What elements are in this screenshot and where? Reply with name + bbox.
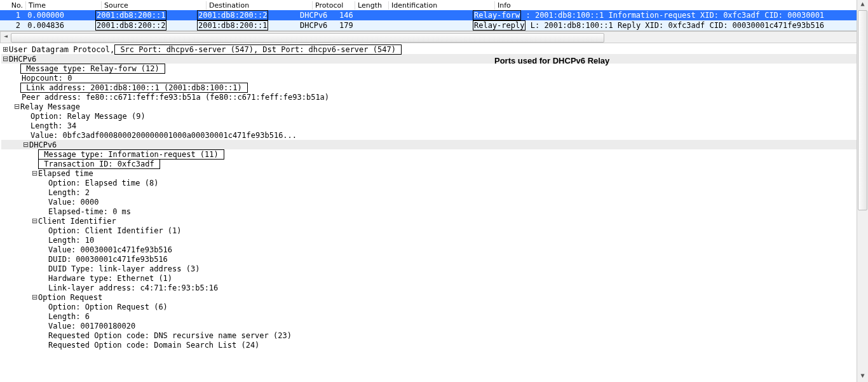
cell-proto: DHCPv6: [300, 11, 339, 20]
expand-icon[interactable]: ⊞: [1, 45, 9, 53]
elapsed-label: Elapsed time: [38, 169, 93, 178]
cell-dst: 2001:db8:200::2: [197, 10, 300, 20]
collapse-icon[interactable]: ⊟: [1, 55, 9, 63]
cell-len: 179: [339, 21, 370, 30]
cell-src: 2001:db8:200::1: [95, 10, 197, 20]
elapsed-option: Option: Elapsed time (8): [48, 179, 158, 188]
inner-dhcpv6-label: DHCPv6: [29, 140, 57, 149]
dhcpv6-label: DHCPv6: [9, 55, 36, 64]
cell-time: 0.004836: [23, 21, 95, 30]
col-header-proto[interactable]: Protocol: [313, 1, 355, 10]
packet-row[interactable]: 2 0.004836 2001:db8:200::2 2001:db8:200:…: [0, 20, 868, 31]
oro-length: Length: 6: [48, 312, 90, 321]
vertical-scrollbar[interactable]: ▲ ▼: [857, 0, 868, 382]
inner-xid: Transaction ID: 0xfc3adf: [38, 159, 160, 169]
cell-dst: 2001:db8:200::1: [197, 20, 300, 31]
packet-list-pane[interactable]: No. Time Source Destination Protocol Len…: [0, 0, 868, 31]
packet-list-header: No. Time Source Destination Protocol Len…: [0, 0, 868, 10]
annotation-label: Ports used for DHCPv6 Relay: [494, 56, 609, 65]
cell-time: 0.000000: [23, 11, 95, 20]
relay-msg-label: Relay Message: [20, 102, 80, 111]
udp-label: User Datagram Protocol,: [9, 45, 114, 54]
elapsed-value: Value: 0000: [48, 198, 98, 207]
cell-len: 146: [339, 11, 370, 20]
collapse-icon[interactable]: ⊟: [31, 293, 38, 301]
horizontal-scrollbar[interactable]: ◄ ►: [0, 31, 868, 43]
elapsed-time: Elapsed-time: 0 ms: [48, 207, 131, 216]
cell-info: Relay-forw : 2001:db8:100::1 Information…: [473, 10, 868, 20]
cid-option: Option: Client Identifier (1): [48, 226, 182, 235]
collapse-icon[interactable]: ⊟: [31, 169, 38, 177]
collapse-icon[interactable]: ⊟: [13, 102, 20, 111]
packet-row[interactable]: 1 0.000000 2001:db8:200::1 2001:db8:200:…: [0, 10, 868, 20]
scroll-track[interactable]: [857, 10, 868, 372]
col-header-time[interactable]: Time: [26, 1, 102, 10]
cell-proto: DHCPv6: [300, 21, 339, 30]
oro-label: Option Request: [38, 293, 102, 302]
udp-ports: Src Port: dhcpv6-server (547), Dst Port:…: [114, 44, 402, 55]
elapsed-length: Length: 2: [48, 188, 90, 197]
scroll-up-icon[interactable]: ▲: [857, 0, 868, 10]
relay-option: Option: Relay Message (9): [31, 112, 146, 121]
scroll-left-icon[interactable]: ◄: [1, 32, 11, 42]
col-header-dst[interactable]: Destination: [207, 1, 313, 10]
relay-value: Value: 0bfc3adf0008000200000001000a00030…: [31, 131, 297, 140]
cell-no: 1: [0, 11, 23, 20]
link-addr: Link address: 2001:db8:100::1 (2001:db8:…: [20, 83, 248, 93]
msg-type: Message type: Relay-forw (12): [20, 64, 165, 74]
cid-ll-addr: Link-layer address: c4:71:fe:93:b5:16: [48, 283, 218, 292]
cid-label: Client Identifier: [38, 217, 116, 226]
cell-info: Relay-reply L: 2001:db8:100::1 Reply XID…: [473, 20, 868, 31]
peer-addr: Peer address: fe80::c671:feff:fe93:b51a …: [22, 93, 329, 102]
cell-no: 2: [0, 21, 23, 30]
col-header-id[interactable]: Identification: [389, 1, 495, 10]
scroll-track[interactable]: [11, 32, 857, 42]
scroll-thumb[interactable]: [858, 10, 867, 210]
collapse-icon[interactable]: ⊟: [22, 140, 29, 149]
cid-value: Value: 00030001c471fe93b516: [48, 245, 172, 254]
scroll-down-icon[interactable]: ▼: [857, 372, 868, 382]
cid-duid: DUID: 00030001c471fe93b516: [48, 255, 168, 264]
cid-length: Length: 10: [48, 236, 94, 245]
col-header-info[interactable]: Info: [495, 1, 868, 10]
oro-value: Value: 001700180020: [48, 322, 135, 331]
hopcount: Hopcount: 0: [22, 74, 72, 83]
scroll-thumb[interactable]: [11, 33, 604, 43]
cid-duid-type: DUID Type: link-layer address (3): [48, 264, 200, 273]
inner-msg-type: Message type: Information-request (11): [38, 149, 224, 160]
col-header-len[interactable]: Length: [355, 1, 389, 10]
packet-details-pane[interactable]: ⊞ User Datagram Protocol, Src Port: dhcp…: [0, 43, 868, 350]
oro-option: Option: Option Request (6): [48, 303, 168, 311]
cell-src: 2001:db8:200::2: [95, 20, 197, 31]
oro-req2: Requested Option code: Domain Search Lis…: [48, 341, 259, 350]
cid-hw-type: Hardware type: Ethernet (1): [48, 274, 172, 283]
collapse-icon[interactable]: ⊟: [31, 217, 38, 225]
relay-length: Length: 34: [31, 121, 76, 130]
oro-req1: Requested Option code: DNS recursive nam…: [48, 331, 292, 340]
col-header-src[interactable]: Source: [102, 1, 207, 10]
col-header-no[interactable]: No.: [0, 1, 26, 10]
